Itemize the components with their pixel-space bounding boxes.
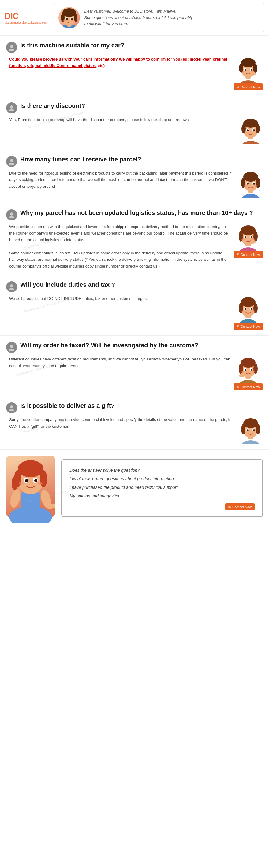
svg-point-83 bbox=[10, 345, 13, 348]
svg-point-12 bbox=[69, 22, 74, 25]
svg-point-15 bbox=[238, 81, 258, 84]
welcome-line1: Dear customer, Welcome to DLC store, I a… bbox=[85, 8, 193, 15]
logo-text: DIC bbox=[5, 11, 48, 21]
welcome-text-block: Dear customer, Welcome to DLC store, I a… bbox=[85, 8, 193, 27]
bottom-box: Does the answer solve the question? I wa… bbox=[61, 459, 263, 517]
svg-point-99 bbox=[9, 409, 14, 411]
svg-point-45 bbox=[243, 172, 258, 182]
answer-row-q1: Could you please provide us with your ca… bbox=[6, 56, 263, 91]
bottom-line2: I want to ask more questions about produ… bbox=[69, 474, 255, 483]
svg-point-24 bbox=[251, 69, 252, 71]
welcome-line3: to answer it for you here. bbox=[85, 21, 193, 27]
svg-point-59 bbox=[241, 225, 256, 235]
svg-point-52 bbox=[244, 185, 247, 187]
svg-point-117 bbox=[11, 477, 18, 490]
logo-area: DIC dlcautomotiveelectr.aliexpress.com bbox=[5, 11, 48, 24]
svg-point-23 bbox=[244, 69, 246, 71]
svg-point-39 bbox=[253, 129, 255, 131]
svg-point-41 bbox=[9, 163, 14, 165]
svg-point-120 bbox=[25, 479, 28, 482]
faq-section-q4: dlcautomotiveelectr.aliexpress.com Why m… bbox=[0, 203, 269, 275]
answer-row-q3: Due to the need for rigorous testing of … bbox=[6, 170, 263, 197]
avatar-q3 bbox=[238, 170, 263, 197]
svg-point-95 bbox=[241, 371, 244, 373]
svg-point-11 bbox=[72, 20, 75, 22]
contact-btn-q4[interactable]: Contact Now bbox=[234, 251, 263, 258]
answer-row-q6: Different countries have different taxat… bbox=[6, 356, 263, 391]
page-header: DIC dlcautomotiveelectr.aliexpress.com bbox=[0, 0, 269, 36]
user-icon-q1 bbox=[6, 42, 17, 53]
question-row-q1: Is this machine suitable for my car? bbox=[6, 41, 263, 53]
svg-point-74 bbox=[241, 297, 256, 307]
svg-point-64 bbox=[244, 236, 246, 238]
svg-point-40 bbox=[10, 159, 13, 162]
svg-point-9 bbox=[71, 18, 72, 20]
svg-point-38 bbox=[247, 129, 249, 131]
svg-point-54 bbox=[10, 213, 13, 216]
avatar-header bbox=[58, 7, 80, 28]
svg-point-100 bbox=[241, 440, 261, 444]
user-icon-q3 bbox=[6, 156, 17, 167]
question-row-q2: Is there any discount? bbox=[6, 102, 263, 114]
question-title-q4: Why my parcel has not been updated logis… bbox=[20, 209, 253, 217]
contact-btn-q1[interactable]: Contact Now bbox=[234, 84, 263, 91]
bottom-box-contact: Contact Now bbox=[69, 503, 255, 510]
svg-point-88 bbox=[241, 358, 256, 368]
svg-point-56 bbox=[238, 247, 258, 251]
question-title-q1: Is this machine suitable for my car? bbox=[20, 41, 124, 49]
svg-point-51 bbox=[253, 183, 255, 185]
svg-point-29 bbox=[9, 109, 14, 111]
svg-point-66 bbox=[241, 239, 244, 240]
answer-text-q6: Different countries have different taxat… bbox=[9, 356, 234, 369]
svg-point-34 bbox=[241, 124, 246, 133]
svg-point-30 bbox=[241, 141, 261, 144]
question-row-q4: Why my parcel has not been updated logis… bbox=[6, 209, 263, 220]
svg-point-79 bbox=[244, 308, 246, 310]
svg-point-104 bbox=[241, 424, 245, 434]
answer-text-q1: Could you please provide us with your ca… bbox=[9, 56, 234, 69]
answer-text-q3: Due to the need for rigorous testing of … bbox=[9, 170, 238, 190]
contact-btn-q6[interactable]: Contact Now bbox=[234, 383, 263, 391]
svg-point-81 bbox=[241, 310, 244, 312]
svg-point-122 bbox=[19, 482, 24, 485]
contact-btn-q5[interactable]: Contact Now bbox=[234, 323, 263, 330]
svg-point-82 bbox=[252, 310, 255, 312]
svg-point-108 bbox=[247, 429, 249, 431]
svg-point-96 bbox=[252, 371, 255, 373]
svg-point-10 bbox=[63, 20, 66, 22]
svg-point-35 bbox=[256, 124, 260, 133]
svg-point-69 bbox=[10, 284, 13, 287]
contact-col-q3 bbox=[238, 170, 263, 197]
svg-point-18 bbox=[241, 58, 256, 67]
svg-point-121 bbox=[34, 479, 37, 482]
logo-sub: dlcautomotiveelectr.aliexpress.com bbox=[5, 21, 48, 24]
bottom-section: dlcautomotiveelectr.aliexpress.com bbox=[0, 450, 269, 526]
avatar-q6 bbox=[236, 356, 261, 383]
question-row-q7: Is it possible to deliver as a gift? bbox=[6, 402, 263, 413]
svg-point-42 bbox=[241, 194, 261, 197]
svg-point-55 bbox=[9, 216, 14, 218]
svg-point-70 bbox=[9, 288, 14, 290]
svg-point-109 bbox=[253, 429, 255, 431]
user-icon-q4 bbox=[6, 210, 17, 220]
faq-section-q2: dlcautomotiveelectr.aliexpress.com Is th… bbox=[0, 96, 269, 150]
contact-col-q6: Contact Now bbox=[234, 356, 263, 391]
svg-point-27 bbox=[250, 72, 256, 75]
avatar-q7 bbox=[238, 416, 263, 444]
answer-row-q4: We provide customers with the quickest a… bbox=[6, 223, 263, 269]
faq-section-q1: Is this machine suitable for my car? Cou… bbox=[0, 36, 269, 96]
question-title-q6: Will my order be taxed? Will be investig… bbox=[20, 341, 198, 349]
answer-highlight-q1: Could you please provide us with your ca… bbox=[9, 57, 227, 68]
svg-point-33 bbox=[243, 119, 258, 128]
svg-point-116 bbox=[40, 470, 47, 487]
contact-btn-bottom[interactable]: Contact Now bbox=[225, 503, 255, 510]
user-icon-q7 bbox=[6, 402, 17, 413]
contact-col-q4: Contact Now bbox=[234, 223, 263, 258]
avatar-q2 bbox=[238, 117, 263, 144]
question-row-q6: Will my order be taxed? Will be investig… bbox=[6, 341, 263, 353]
svg-point-14 bbox=[9, 49, 14, 51]
avatar-q4 bbox=[236, 223, 261, 251]
faq-section-q7: dlcautomotiveelectr.aliexpress.com Is it… bbox=[0, 396, 269, 450]
faq-section-q5: dlcautomotiveelectr.aliexpress.com Will … bbox=[0, 275, 269, 336]
question-title-q5: Will you include duties and tax ? bbox=[20, 281, 115, 289]
